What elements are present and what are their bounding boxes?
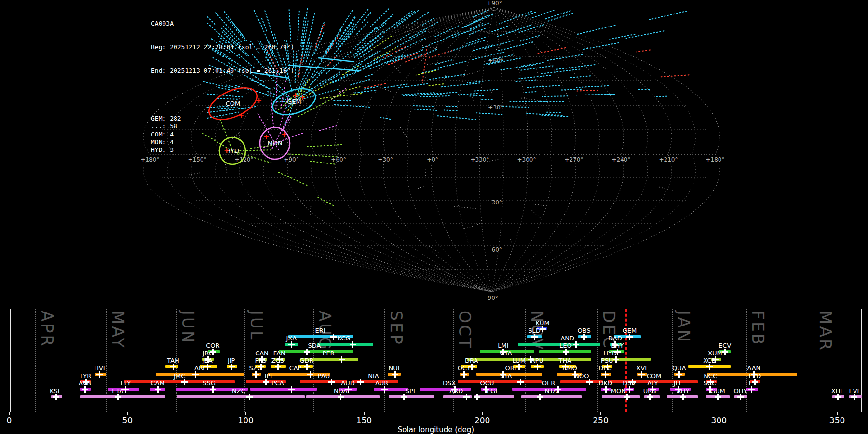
shower-bar-nta (521, 395, 582, 398)
peak-marker-dpc (602, 371, 609, 378)
shower-label-eri: ERI (315, 327, 326, 334)
shower-label-cam: CAM (151, 380, 165, 386)
shower-label-pca: PCA (271, 380, 284, 386)
shower-bar-ari (156, 373, 244, 376)
peak-marker-ipe (263, 379, 269, 385)
shower-label-jle: JLE (674, 380, 683, 386)
shower-bar-mon (602, 395, 640, 398)
shower-label-leo: LEO (559, 342, 572, 349)
shower-label-jmc: JMC (174, 373, 185, 379)
month-label: JUL (247, 311, 266, 341)
x-axis-tick-label: 100 (238, 416, 253, 425)
shower-bar-pca (250, 388, 316, 391)
x-axis-tick-label: 150 (356, 416, 372, 425)
peak-marker-ard (463, 394, 470, 400)
x-axis-tick (600, 412, 601, 415)
peak-marker-ege (474, 394, 480, 400)
month-label: MAR (816, 311, 835, 352)
peak-marker-pau (328, 379, 335, 385)
peak-marker-per (339, 356, 345, 363)
month-label: OCT (455, 311, 474, 350)
month-gridline (35, 309, 36, 412)
peak-marker-kum (540, 326, 546, 332)
shower-label-lyr: LYR (81, 373, 92, 379)
shower-label-kse: KSE (50, 388, 62, 394)
count-line: ...: 58 (151, 122, 317, 130)
x-axis-tick-label: 350 (829, 416, 845, 425)
shower-label-evi: EVI (849, 388, 859, 394)
peak-marker-rpu (534, 364, 541, 370)
shower-label-cap: CAP (289, 365, 302, 371)
peak-marker-ahy (680, 394, 686, 400)
peak-marker-ari (192, 371, 199, 378)
x-axis-tick (364, 412, 365, 415)
shower-label-com: COM (647, 373, 662, 379)
shower-label-lum: LUM (513, 357, 526, 364)
peak-marker-noo (586, 379, 593, 385)
shower-label-szc: SZC (249, 365, 262, 371)
peak-marker-lum (516, 364, 522, 370)
peak-marker-hvi (96, 371, 103, 378)
station-id: CA003A (151, 20, 317, 27)
x-axis-tick-label: 200 (475, 416, 490, 425)
peak-marker-jea (204, 364, 211, 370)
peak-marker-jip (229, 364, 235, 370)
shower-label-hyd: HYD (603, 350, 617, 356)
peak-marker-nia (357, 379, 364, 385)
shower-label-qua: QUA (672, 365, 686, 371)
shower-bar-spe (389, 395, 434, 398)
peak-marker-nta (537, 394, 543, 400)
obs-end: End: 20251213 07:01:40 (sol = 261.16°) (151, 67, 317, 75)
peak-marker-cam (155, 386, 161, 393)
shower-label-pau: PAU (318, 373, 330, 379)
shower-label-aud: AUD (341, 380, 354, 386)
separator-line: --------------------------------------- (151, 91, 317, 98)
peak-marker-xcb (706, 364, 713, 370)
peak-marker-ohy (737, 394, 744, 400)
shower-label-nta: NTA (545, 388, 557, 394)
shower-label-dsv: DSV (623, 380, 636, 386)
shower-label-gdr: GDR (299, 357, 313, 364)
shower-label-rpu: RPU (531, 357, 543, 364)
shower-label-nue: NUE (388, 365, 401, 371)
shower-label-ohy: OHY (733, 388, 747, 394)
peak-marker-jmc (181, 379, 188, 385)
peak-marker-obs (581, 334, 587, 340)
shower-label-scc: SCC (703, 380, 716, 386)
count-line: COM: 4 (151, 131, 317, 138)
shower-label-xum: XUM (708, 350, 722, 356)
shower-label-ncc: NCC (704, 373, 717, 379)
peak-marker-nue (392, 371, 398, 378)
shower-label-gem: GEM (623, 327, 637, 334)
shower-bar-jmc (124, 380, 235, 383)
shower-label-sld: SLD (528, 327, 541, 334)
month-gridline (597, 309, 598, 412)
shower-label-aur: AUR (375, 380, 388, 386)
shower-label-fev: FEV (745, 380, 757, 386)
peak-marker-gum (715, 394, 721, 400)
peak-marker-kse (53, 394, 59, 400)
peak-marker-ecv (722, 349, 728, 355)
x-axis-tick-label: 0 (7, 416, 12, 425)
shower-label-pps: PPS (255, 357, 267, 364)
peak-marker-ely (122, 386, 129, 393)
shower-label-cta: CTA (500, 350, 512, 356)
shower-label-hvi: HVI (94, 365, 105, 371)
shower-label-sda: SDA (308, 342, 321, 349)
shower-label-aan: AAN (747, 365, 760, 371)
peak-marker-dsv (626, 386, 633, 393)
peak-marker-mon (624, 394, 630, 400)
shower-label-sta: STA (500, 373, 512, 379)
x-axis-tick (245, 412, 246, 415)
peak-marker-evi (851, 394, 857, 400)
info-block: CA003A Beg: 20251212 22:28:04 (sol = 260… (151, 4, 317, 162)
shower-bar-kcg (317, 343, 374, 346)
shower-label-dsx: DSX (443, 380, 456, 386)
shower-label-ahy: AHY (677, 388, 690, 394)
month-label: APR (38, 311, 56, 348)
shower-label-kum: KUM (536, 320, 550, 326)
shower-label-oer: OER (542, 380, 555, 386)
peak-marker-nda (338, 394, 344, 400)
shower-bar-sta (458, 380, 542, 383)
peak-marker-gdr (304, 364, 310, 370)
